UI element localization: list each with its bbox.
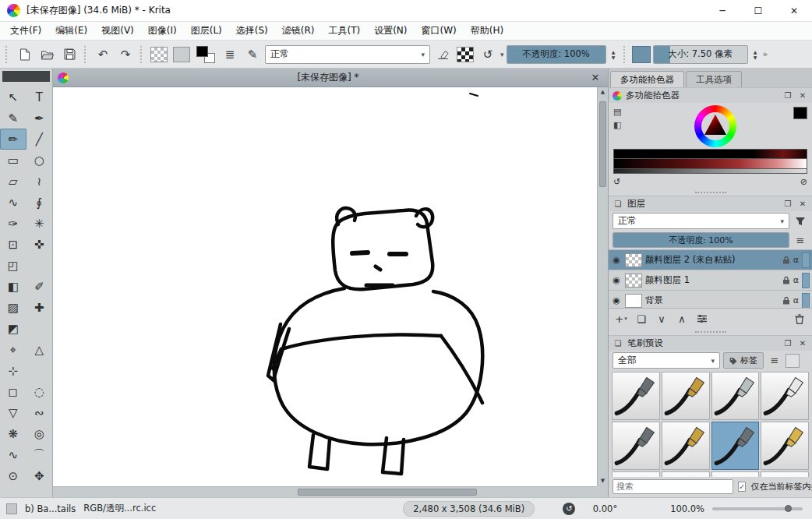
tool-button-magnetic-selection[interactable]: ⌒	[26, 444, 53, 465]
tag-button[interactable]: 标签	[723, 352, 764, 369]
move-layer-up-button[interactable]: ∧	[673, 310, 691, 327]
tool-button-reference-images[interactable]: ⊹	[0, 360, 26, 381]
tool-button-bezier-curve[interactable]: ∿	[0, 192, 26, 213]
menu-item[interactable]: 设置(N)	[367, 22, 414, 40]
layer-alpha-icon[interactable]: α	[793, 275, 799, 285]
brush-preset-thumbnail-brush-preset-9[interactable]	[612, 471, 660, 477]
tab-advanced-color-selector[interactable]: 多功能拾色器	[610, 71, 684, 87]
layer-lock-icon[interactable]	[782, 256, 790, 264]
brush-docker-header[interactable]: ❏ 笔刷预设 ❐ ✕	[609, 335, 812, 351]
layer-lock-icon[interactable]	[782, 276, 790, 284]
tool-button-fill[interactable]: ◩	[0, 318, 26, 339]
tool-button-gradient[interactable]: ◧	[0, 276, 26, 297]
tool-button-smart-patch[interactable]: ✚	[26, 297, 53, 318]
pattern-chooser[interactable]	[171, 44, 192, 65]
brush-preset-thumbnail-brush-preset-10[interactable]	[662, 471, 710, 477]
float-docker-icon[interactable]: ❐	[782, 339, 793, 348]
tool-button-similar-color-selection[interactable]: ❋	[0, 423, 26, 444]
menu-item[interactable]: 帮助(H)	[464, 22, 510, 40]
size-slider-block[interactable]	[632, 46, 651, 63]
redo-icon[interactable]: ↷	[115, 44, 136, 65]
tool-button-rectangle[interactable]: ▭	[0, 150, 26, 171]
layer-filter-icon[interactable]	[793, 214, 808, 229]
brush-preset-thumbnail-brush-preset-7[interactable]	[711, 422, 760, 470]
search-in-tag-checkbox[interactable]: ✓	[738, 482, 746, 492]
layer-alpha-icon[interactable]: α	[793, 295, 799, 305]
scroll-up-icon[interactable]: ▲	[598, 87, 608, 97]
layer-color-badge[interactable]	[802, 293, 810, 309]
layer-opacity-slider[interactable]: 不透明度: 100%	[613, 232, 789, 248]
brush-preset-thumbnail-brush-preset-8[interactable]	[761, 422, 809, 470]
gradient-chooser[interactable]	[149, 44, 169, 65]
add-layer-button[interactable]: +▾	[612, 310, 630, 327]
canvas[interactable]	[53, 87, 597, 486]
menu-item[interactable]: 窗口(W)	[415, 22, 464, 40]
vertical-scrollbar[interactable]: ▲ ▼	[597, 87, 608, 486]
tool-button-edit-shapes[interactable]: ✎	[0, 108, 26, 129]
brush-preset-thumbnail-brush-preset-6[interactable]	[662, 422, 710, 470]
opacity-slider[interactable]: 不透明度: 100%	[507, 45, 606, 64]
tool-button-pan[interactable]: ✥	[26, 465, 53, 486]
layer-alpha-icon[interactable]: α	[793, 255, 799, 265]
docker-resize-handle[interactable]	[609, 329, 812, 335]
layer-row[interactable]: ◉ 颜料图层 1 α	[609, 270, 812, 291]
toolbox-title-handle[interactable]	[2, 71, 50, 82]
layers-docker-header[interactable]: ❏ 图层 ❐ ✕	[609, 196, 812, 211]
new-document-icon[interactable]	[14, 44, 34, 65]
layer-options-menu-icon[interactable]: ≡	[793, 232, 808, 248]
docker-resize-handle[interactable]	[609, 189, 812, 196]
brush-tag-filter-dropdown[interactable]: 全部 ▾	[613, 352, 720, 369]
menu-item[interactable]: 选择(S)	[229, 22, 275, 40]
minimize-button[interactable]: ─	[704, 0, 740, 21]
brush-preset-thumbnail-brush-preset-11[interactable]	[711, 471, 760, 477]
brush-preset-thumbnail-brush-preset-2[interactable]	[662, 372, 710, 420]
close-button[interactable]: ✕	[776, 0, 812, 21]
eraser-mode-icon[interactable]	[432, 44, 453, 65]
horizontal-scroll-thumb[interactable]	[298, 489, 477, 496]
tab-tool-options[interactable]: 工具选项	[686, 71, 742, 87]
tool-button-crop[interactable]: ◰	[0, 255, 26, 276]
canvas-rotation-icon[interactable]: ↺	[563, 503, 575, 515]
tool-button-freehand-brush[interactable]: ✏	[0, 129, 26, 150]
menu-item[interactable]: 文件(F)	[3, 22, 48, 40]
scroll-down-icon[interactable]: ▼	[598, 476, 608, 486]
shade-strip-1[interactable]	[613, 149, 807, 159]
tool-button-elliptical-selection[interactable]: ◌	[26, 381, 53, 402]
reload-preset-icon[interactable]: ↺	[478, 44, 498, 65]
shade-strip-2[interactable]	[613, 159, 807, 169]
brush-preset-thumbnail-brush-preset-3[interactable]	[711, 372, 760, 420]
tool-button-dynamic-brush[interactable]: ✑	[0, 213, 26, 234]
tool-button-transform[interactable]: ⊡	[0, 234, 26, 255]
maximize-button[interactable]: ☐	[740, 0, 776, 21]
layer-lock-icon[interactable]	[782, 296, 790, 305]
duplicate-layer-button[interactable]: ❏	[632, 310, 651, 327]
layer-visibility-icon[interactable]: ◉	[611, 295, 622, 305]
float-docker-icon[interactable]: ❐	[782, 91, 793, 100]
opacity-spinner[interactable]: ▲▼	[609, 50, 619, 59]
layer-visibility-icon[interactable]: ◉	[611, 275, 622, 285]
menu-item[interactable]: 编辑(E)	[48, 22, 94, 40]
undo-icon[interactable]: ↶	[93, 44, 113, 65]
tool-button-polyline[interactable]: ≀	[26, 171, 53, 192]
color-history-icon[interactable]: ↺	[613, 177, 620, 187]
tool-button-move[interactable]: ✜	[26, 234, 53, 255]
brush-preset-thumbnail-brush-preset-5[interactable]	[612, 422, 660, 470]
tool-button-polygon[interactable]: ▱	[0, 171, 26, 192]
shade-grid-icon[interactable]: ◧	[613, 120, 621, 130]
tool-button-freehand-selection[interactable]: ∾	[26, 402, 53, 423]
layer-row[interactable]: ◉ 颜料图层 2 (来自粘贴) α	[609, 250, 812, 270]
close-docker-icon[interactable]: ✕	[797, 199, 808, 208]
vertical-scroll-thumb[interactable]	[599, 101, 606, 187]
close-docker-icon[interactable]: ✕	[797, 91, 808, 100]
zoom-slider[interactable]	[712, 507, 803, 510]
menu-item[interactable]: 视图(V)	[94, 22, 141, 40]
close-docker-icon[interactable]: ✕	[797, 339, 808, 348]
brush-preset-thumbnail-brush-preset-12[interactable]	[761, 471, 809, 477]
menu-item[interactable]: 图层(L)	[184, 22, 229, 40]
zoom-slider-knob[interactable]	[785, 505, 792, 512]
menu-item[interactable]: 工具(T)	[321, 22, 367, 40]
brush-display-menu-icon[interactable]: ≡	[767, 353, 782, 369]
tool-button-pattern-edit[interactable]: ▨	[0, 297, 26, 318]
tool-button-polygonal-selection[interactable]: ▽	[0, 402, 26, 423]
shade-strip-3[interactable]	[613, 169, 807, 174]
